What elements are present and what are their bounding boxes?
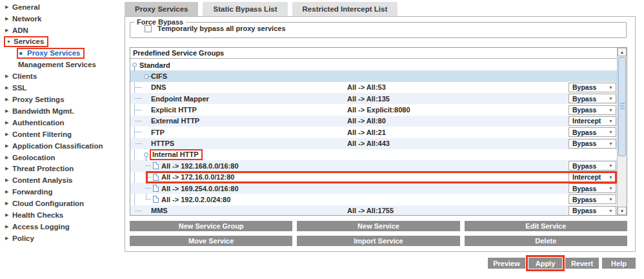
sidebar-item-content: ▶Bandwidth Mgmt. [5, 107, 74, 115]
sidebar-item-content: ▶Proxy Settings [5, 96, 65, 103]
sidebar-item-label: Threat Protection [12, 165, 74, 172]
table-row-all-172-16-0-0-12-80[interactable]: All -> 172.16.0.0/12:80Intercept▼ [130, 172, 617, 183]
sidebar-item-application-classification[interactable]: ▶Application Classification [0, 140, 124, 152]
tree-connector-line [135, 98, 142, 99]
sidebar-item-cloud-configuration[interactable]: ▶Cloud Configuration [0, 198, 124, 209]
action-dropdown[interactable]: Bypass▼ [569, 105, 616, 115]
sidebar-item-content: ▶Policy [5, 234, 34, 242]
destination-value: All -> All:53 [347, 83, 386, 91]
action-dropdown[interactable]: Bypass▼ [569, 206, 616, 215]
action-dropdown[interactable]: Intercept▼ [569, 116, 616, 126]
sidebar-item-label: Cloud Configuration [12, 200, 84, 207]
action-dropdown-value: Bypass [572, 207, 596, 214]
sidebar-item-geolocation[interactable]: ▶Geolocation [0, 152, 124, 163]
action-dropdown[interactable]: Bypass▼ [569, 139, 616, 149]
scroll-up-icon[interactable]: ▲ [618, 48, 627, 56]
destination-value: All -> Explicit:8080 [347, 106, 410, 114]
sidebar-item-label: SSL [12, 84, 26, 92]
content-panel: Force Bypass Temporarily bypass all prox… [125, 16, 636, 252]
sidebar-item-content: ▶Clients [5, 72, 37, 80]
import-service-button[interactable]: Import Service [297, 236, 459, 246]
sidebar-item-services[interactable]: ▼Services [0, 36, 124, 48]
footer-buttons: PreviewApplyRevertHelp [488, 258, 636, 269]
table-row-https[interactable]: HTTPSAll -> All:443Bypass▼ [130, 138, 617, 149]
tab-proxy-services[interactable]: Proxy Services [125, 2, 198, 16]
action-dropdown[interactable]: Bypass▼ [569, 183, 616, 193]
sidebar-item-content: Management Services [18, 61, 96, 68]
table-row-internal-http[interactable]: Internal HTTP [130, 149, 617, 160]
tree-connector-line [145, 177, 151, 178]
tree-connector-line [135, 110, 142, 110]
tab-restricted-intercept-list[interactable]: Restricted Intercept List [292, 2, 398, 16]
new-service-group-button[interactable]: New Service Group [130, 221, 292, 231]
table-row-standard[interactable]: Standard [130, 59, 617, 70]
action-dropdown[interactable]: Bypass▼ [569, 161, 616, 170]
tree-collapse-handle-icon[interactable] [144, 152, 148, 157]
chevron-down-icon: ▼ [609, 119, 613, 123]
chevron-down-icon: ▼ [6, 39, 14, 44]
action-dropdown[interactable]: Bypass▼ [569, 194, 616, 204]
row-label: All -> 192.0.2.0/24:80 [161, 196, 230, 203]
table-row-external-http[interactable]: External HTTPAll -> All:80Intercept▼ [130, 116, 617, 127]
table-row-mms[interactable]: MMSAll -> All:1755Bypass▼ [130, 205, 617, 215]
action-dropdown[interactable]: Bypass▼ [569, 94, 616, 103]
scroll-down-icon[interactable]: ▼ [618, 207, 627, 215]
apply-button[interactable]: Apply [528, 258, 562, 269]
action-dropdown[interactable]: Intercept▼ [569, 172, 616, 182]
sidebar-item-content: ▶Forwarding [5, 188, 53, 196]
table-row-dns[interactable]: DNSAll -> All:53Bypass▼ [130, 82, 617, 93]
sidebar-item-content-filtering[interactable]: ▶Content Filtering [0, 129, 124, 140]
tree-collapse-handle-icon[interactable] [132, 63, 137, 67]
sidebar-item-ssl[interactable]: ▶SSL [0, 82, 124, 94]
chevron-right-icon: ▶ [5, 120, 12, 125]
row-label: Internal HTTP [150, 149, 203, 160]
table-row-all-169-254-0-0-16-80[interactable]: All -> 169.254.0.0/16:80Bypass▼ [130, 183, 617, 194]
force-bypass-checkbox[interactable] [145, 25, 152, 32]
table-row-all-192-0-2-0-24-80[interactable]: All -> 192.0.2.0/24:80Bypass▼ [130, 194, 617, 205]
table-row-all-192-168-0-0-16-80[interactable]: All -> 192.168.0.0/16:80Bypass▼ [130, 160, 617, 171]
sidebar-item-label: Content Filtering [12, 130, 72, 138]
sidebar-item-general[interactable]: ▶General [0, 1, 124, 13]
help-button[interactable]: Help [602, 258, 636, 269]
action-dropdown[interactable]: Bypass▼ [569, 83, 616, 92]
sidebar-item-clients[interactable]: ▶Clients [0, 70, 124, 82]
action-dropdown-value: Bypass [572, 185, 596, 192]
sidebar-item-network[interactable]: ▶Network [0, 13, 124, 25]
move-service-button[interactable]: Move Service [130, 236, 292, 246]
table-row-explicit-http[interactable]: Explicit HTTPAll -> Explicit:8080Bypass▼ [130, 104, 617, 115]
action-dropdown-value: Bypass [572, 196, 596, 203]
chevron-right-icon: ▶ [5, 85, 12, 90]
delete-button[interactable]: Delete [465, 236, 627, 246]
vertical-scrollbar[interactable]: ▲ ▼ [617, 48, 627, 215]
preview-button[interactable]: Preview [488, 258, 525, 269]
revert-button[interactable]: Revert [565, 258, 599, 269]
sidebar-item-content: ▶Access Logging [5, 223, 70, 231]
sidebar-item-management-services[interactable]: Management Services [0, 59, 124, 70]
scrollbar-thumb[interactable] [618, 57, 626, 156]
new-service-button[interactable]: New Service [297, 221, 459, 231]
table-row-ftp[interactable]: FTPAll -> All:21Bypass▼ [130, 127, 617, 138]
row-label: DNS [151, 83, 166, 91]
sidebar-item-proxy-settings[interactable]: ▶Proxy Settings [0, 94, 124, 105]
sidebar-item-forwarding[interactable]: ▶Forwarding [0, 186, 124, 198]
chevron-right-icon: ▶ [5, 189, 12, 194]
sidebar-item-proxy-services[interactable]: ■Proxy Services [0, 48, 124, 59]
sidebar-item-health-checks[interactable]: ▶Health Checks [0, 209, 124, 221]
edit-service-button[interactable]: Edit Service [465, 221, 627, 231]
sidebar-item-adn[interactable]: ▶ADN [0, 25, 124, 36]
destination-value: All -> All:443 [347, 140, 390, 147]
chevron-right-icon: ▶ [5, 224, 12, 229]
sidebar-item-label: Clients [12, 72, 37, 80]
sidebar-item-bandwidth-mgmt[interactable]: ▶Bandwidth Mgmt. [0, 105, 124, 117]
action-dropdown[interactable]: Bypass▼ [569, 127, 616, 137]
action-dropdown-value: Intercept [572, 117, 601, 125]
table-row-endpoint-mapper[interactable]: Endpoint MapperAll -> All:135Bypass▼ [130, 93, 617, 104]
sidebar-item-access-logging[interactable]: ▶Access Logging [0, 221, 124, 232]
tree-expand-handle-icon[interactable] [144, 74, 148, 79]
sidebar-item-threat-protection[interactable]: ▶Threat Protection [0, 163, 124, 174]
tab-static-bypass-list[interactable]: Static Bypass List [203, 2, 287, 16]
sidebar-item-policy[interactable]: ▶Policy [0, 232, 124, 244]
sidebar-item-content-analysis[interactable]: ▶Content Analysis [0, 174, 124, 186]
sidebar-item-authentication[interactable]: ▶Authentication [0, 117, 124, 129]
table-row-cifs[interactable]: CIFS [130, 70, 617, 81]
